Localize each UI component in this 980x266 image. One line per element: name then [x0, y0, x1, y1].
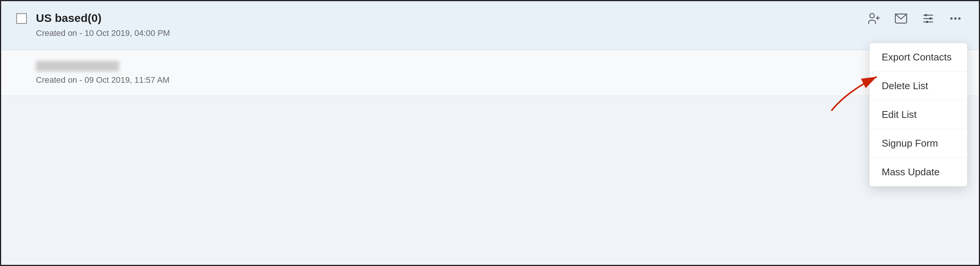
action-icons	[865, 10, 964, 27]
dropdown-item-delete[interactable]: Delete List	[870, 72, 967, 100]
item-title-primary: US based(0)	[36, 12, 964, 25]
dropdown-item-edit[interactable]: Edit List	[870, 100, 967, 129]
svg-point-12	[958, 17, 961, 20]
item-date-primary: Created on - 10 Oct 2019, 04:00 PM	[36, 28, 964, 38]
dropdown-item-mass-update[interactable]: Mass Update	[870, 158, 967, 186]
svg-point-7	[925, 14, 927, 16]
item-title-secondary-blurred	[36, 61, 119, 71]
svg-point-11	[954, 17, 956, 20]
page-container: US based(0) Created on - 10 Oct 2019, 04…	[0, 0, 980, 266]
svg-point-0	[870, 14, 875, 18]
list-item-secondary: Created on - 09 Oct 2019, 11:57 AM	[1, 50, 979, 96]
dropdown-item-signup[interactable]: Signup Form	[870, 129, 967, 158]
svg-point-9	[926, 21, 928, 23]
checkbox-area[interactable]	[16, 13, 27, 25]
list-item-primary: US based(0) Created on - 10 Oct 2019, 04…	[1, 1, 979, 50]
dropdown-menu: Export Contacts Delete List Edit List Si…	[869, 43, 967, 187]
svg-point-10	[950, 17, 953, 20]
checkbox-item-1[interactable]	[16, 13, 27, 24]
more-options-icon[interactable]	[947, 10, 964, 27]
dropdown-item-export[interactable]: Export Contacts	[870, 43, 967, 72]
add-contact-icon[interactable]	[865, 10, 882, 27]
item-date-secondary: Created on - 09 Oct 2019, 11:57 AM	[36, 75, 964, 85]
filter-settings-icon[interactable]	[920, 10, 937, 27]
svg-point-8	[929, 17, 932, 20]
item-info-primary: US based(0) Created on - 10 Oct 2019, 04…	[36, 12, 964, 38]
list-container: US based(0) Created on - 10 Oct 2019, 04…	[1, 1, 979, 265]
mail-icon[interactable]	[892, 10, 909, 27]
